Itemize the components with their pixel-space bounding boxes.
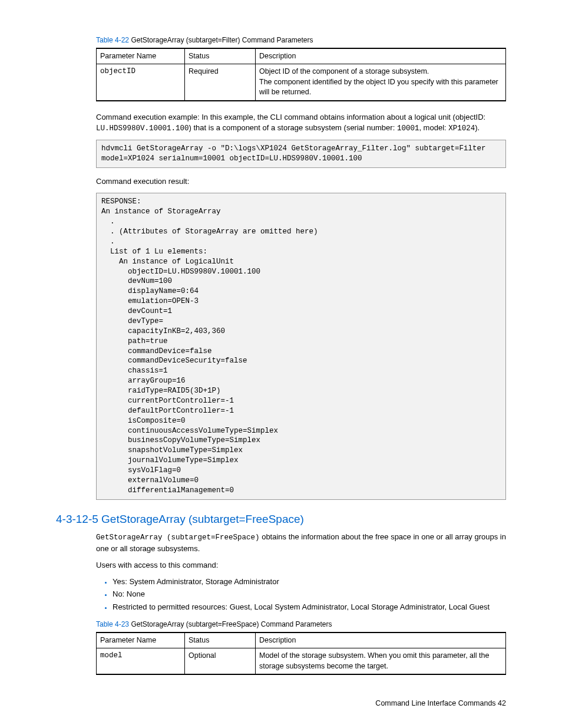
col-param-name: Parameter Name <box>97 48 185 64</box>
col-description: Description <box>256 48 506 64</box>
list-item: Yes: System Administrator, Storage Admin… <box>113 577 506 587</box>
code-block-result: RESPONSE: An instance of StorageArray . … <box>96 193 506 499</box>
cell-param: objectID <box>97 64 185 101</box>
table-22: Parameter Name Status Description object… <box>96 48 506 101</box>
result-label: Command execution result: <box>96 176 506 187</box>
section-paragraph-2: Users with access to this command: <box>96 560 506 571</box>
table-row: Parameter Name Status Description <box>97 48 506 64</box>
table-23-title: GetStorageArray (subtarget=FreeSpace) Co… <box>129 620 332 628</box>
cell-desc: Model of the storage subsystem. When you… <box>256 648 506 675</box>
table-22-number: Table 4-22 <box>96 36 129 44</box>
col-status: Status <box>185 48 256 64</box>
cell-status: Optional <box>185 648 256 675</box>
list-item: Restricted to permitted resources: Guest… <box>113 602 506 612</box>
table-row: objectID Required Object ID of the compo… <box>97 64 506 101</box>
cell-status: Required <box>185 64 256 101</box>
page-footer: Command Line Interface Commands 42 <box>56 699 506 709</box>
access-list: Yes: System Administrator, Storage Admin… <box>96 577 506 612</box>
cell-desc: Object ID of the component of a storage … <box>256 64 506 101</box>
exec-example-paragraph: Command execution example: In this examp… <box>96 112 506 134</box>
section-paragraph-1: GetStorageArray (subtarget=FreeSpace) ob… <box>96 532 506 554</box>
table-23: Parameter Name Status Description model … <box>96 632 506 676</box>
section-heading: 4-3-12-5 GetStorageArray (subtarget=Free… <box>56 512 506 528</box>
table-23-number: Table 4-23 <box>96 620 129 628</box>
table-row: model Optional Model of the storage subs… <box>97 648 506 675</box>
col-param-name: Parameter Name <box>97 633 185 648</box>
code-block-command: hdvmcli GetStorageArray -o "D:\logs\XP10… <box>96 140 506 168</box>
table-22-title: GetStorageArray (subtarget=Filter) Comma… <box>129 36 313 44</box>
col-description: Description <box>256 633 506 648</box>
list-item: No: None <box>113 589 506 599</box>
table-23-caption: Table 4-23 GetStorageArray (subtarget=Fr… <box>96 620 506 630</box>
col-status: Status <box>185 633 256 648</box>
cell-param: model <box>97 648 185 675</box>
table-row: Parameter Name Status Description <box>97 633 506 648</box>
table-22-caption: Table 4-22 GetStorageArray (subtarget=Fi… <box>96 35 506 45</box>
